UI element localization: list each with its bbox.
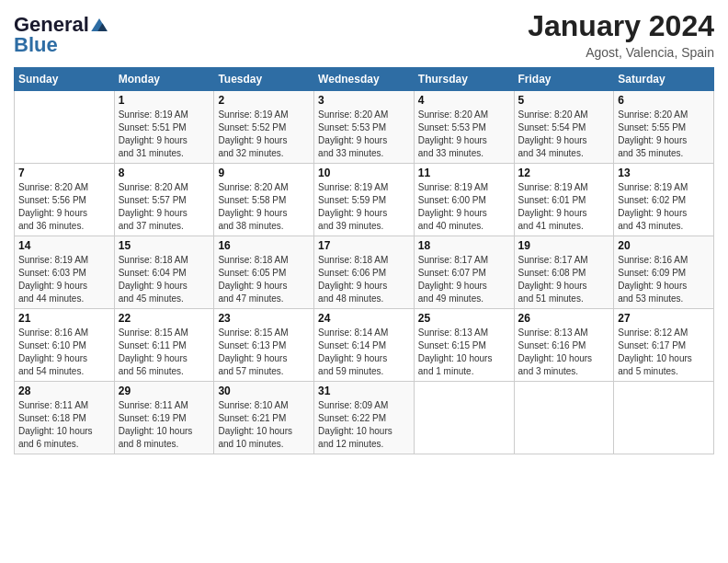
day-number-1: 1 bbox=[119, 94, 210, 107]
cell-w2-d6: 13Sunrise: 8:19 AM Sunset: 6:02 PM Dayli… bbox=[614, 164, 714, 236]
cell-w5-d5 bbox=[514, 382, 614, 454]
day-number-24: 24 bbox=[318, 312, 410, 325]
cell-w4-d2: 23Sunrise: 8:15 AM Sunset: 6:13 PM Dayli… bbox=[214, 309, 314, 382]
day-number-28: 28 bbox=[18, 385, 110, 397]
day-info-11: Sunrise: 8:19 AM Sunset: 6:00 PM Dayligh… bbox=[418, 181, 510, 233]
cell-w3-d4: 18Sunrise: 8:17 AM Sunset: 6:07 PM Dayli… bbox=[414, 236, 514, 309]
cell-w4-d5: 26Sunrise: 8:13 AM Sunset: 6:16 PM Dayli… bbox=[514, 309, 614, 382]
day-info-16: Sunrise: 8:18 AM Sunset: 6:05 PM Dayligh… bbox=[218, 254, 310, 305]
day-number-11: 11 bbox=[418, 167, 510, 179]
day-number-30: 30 bbox=[218, 385, 310, 397]
day-info-31: Sunrise: 8:09 AM Sunset: 6:22 PM Dayligh… bbox=[318, 399, 410, 451]
day-info-30: Sunrise: 8:10 AM Sunset: 6:21 PM Dayligh… bbox=[218, 399, 310, 451]
day-number-18: 18 bbox=[418, 239, 510, 252]
day-number-22: 22 bbox=[119, 312, 210, 325]
header-wednesday: Wednesday bbox=[314, 68, 415, 91]
day-number-14: 14 bbox=[18, 239, 110, 252]
cell-w2-d3: 10Sunrise: 8:19 AM Sunset: 5:59 PM Dayli… bbox=[314, 164, 415, 236]
logo-blue: Blue bbox=[14, 33, 58, 57]
day-number-20: 20 bbox=[618, 239, 710, 252]
day-number-4: 4 bbox=[418, 94, 510, 107]
day-number-15: 15 bbox=[119, 239, 210, 252]
day-number-25: 25 bbox=[418, 312, 510, 325]
cell-w4-d6: 27Sunrise: 8:12 AM Sunset: 6:17 PM Dayli… bbox=[614, 309, 714, 382]
day-number-19: 19 bbox=[518, 239, 610, 252]
day-info-3: Sunrise: 8:20 AM Sunset: 5:53 PM Dayligh… bbox=[318, 109, 410, 160]
day-number-27: 27 bbox=[618, 312, 710, 325]
cell-w1-d5: 5Sunrise: 8:20 AM Sunset: 5:54 PM Daylig… bbox=[514, 91, 614, 164]
header-thursday: Thursday bbox=[414, 68, 514, 91]
day-info-22: Sunrise: 8:15 AM Sunset: 6:11 PM Dayligh… bbox=[119, 327, 210, 378]
cell-w1-d3: 3Sunrise: 8:20 AM Sunset: 5:53 PM Daylig… bbox=[314, 91, 415, 164]
day-number-23: 23 bbox=[218, 312, 310, 325]
day-number-5: 5 bbox=[518, 94, 610, 107]
cell-w5-d1: 29Sunrise: 8:11 AM Sunset: 6:19 PM Dayli… bbox=[114, 382, 214, 454]
day-info-28: Sunrise: 8:11 AM Sunset: 6:18 PM Dayligh… bbox=[18, 399, 110, 451]
day-info-24: Sunrise: 8:14 AM Sunset: 6:14 PM Dayligh… bbox=[318, 327, 410, 378]
day-info-23: Sunrise: 8:15 AM Sunset: 6:13 PM Dayligh… bbox=[218, 327, 310, 378]
day-info-13: Sunrise: 8:19 AM Sunset: 6:02 PM Dayligh… bbox=[618, 181, 710, 233]
location-subtitle: Agost, Valencia, Spain bbox=[528, 45, 714, 60]
day-info-27: Sunrise: 8:12 AM Sunset: 6:17 PM Dayligh… bbox=[618, 327, 710, 378]
day-number-16: 16 bbox=[218, 239, 310, 252]
header-sunday: Sunday bbox=[15, 68, 115, 91]
header-friday: Friday bbox=[514, 68, 614, 91]
cell-w1-d2: 2Sunrise: 8:19 AM Sunset: 5:52 PM Daylig… bbox=[214, 91, 314, 164]
week-row-5: 28Sunrise: 8:11 AM Sunset: 6:18 PM Dayli… bbox=[15, 382, 714, 454]
day-number-17: 17 bbox=[318, 239, 410, 252]
cell-w2-d4: 11Sunrise: 8:19 AM Sunset: 6:00 PM Dayli… bbox=[414, 164, 514, 236]
month-title: January 2024 bbox=[528, 9, 714, 43]
day-number-13: 13 bbox=[618, 167, 710, 179]
week-row-4: 21Sunrise: 8:16 AM Sunset: 6:10 PM Dayli… bbox=[15, 309, 714, 382]
cell-w2-d1: 8Sunrise: 8:20 AM Sunset: 5:57 PM Daylig… bbox=[114, 164, 214, 236]
header-saturday: Saturday bbox=[614, 68, 714, 91]
day-number-3: 3 bbox=[318, 94, 410, 107]
calendar-table: Sunday Monday Tuesday Wednesday Thursday… bbox=[14, 67, 714, 454]
cell-w3-d1: 15Sunrise: 8:18 AM Sunset: 6:04 PM Dayli… bbox=[114, 236, 214, 309]
cell-w3-d5: 19Sunrise: 8:17 AM Sunset: 6:08 PM Dayli… bbox=[514, 236, 614, 309]
day-info-15: Sunrise: 8:18 AM Sunset: 6:04 PM Dayligh… bbox=[119, 254, 210, 305]
cell-w5-d6 bbox=[614, 382, 714, 454]
day-info-18: Sunrise: 8:17 AM Sunset: 6:07 PM Dayligh… bbox=[418, 254, 510, 305]
cell-w4-d0: 21Sunrise: 8:16 AM Sunset: 6:10 PM Dayli… bbox=[15, 309, 115, 382]
day-info-6: Sunrise: 8:20 AM Sunset: 5:55 PM Dayligh… bbox=[618, 109, 710, 160]
cell-w3-d0: 14Sunrise: 8:19 AM Sunset: 6:03 PM Dayli… bbox=[15, 236, 115, 309]
day-info-2: Sunrise: 8:19 AM Sunset: 5:52 PM Dayligh… bbox=[218, 109, 310, 160]
cell-w1-d0 bbox=[15, 91, 115, 164]
title-block: January 2024 Agost, Valencia, Spain bbox=[528, 9, 714, 60]
day-info-14: Sunrise: 8:19 AM Sunset: 6:03 PM Dayligh… bbox=[18, 254, 110, 305]
cell-w4-d4: 25Sunrise: 8:13 AM Sunset: 6:15 PM Dayli… bbox=[414, 309, 514, 382]
cell-w1-d6: 6Sunrise: 8:20 AM Sunset: 5:55 PM Daylig… bbox=[614, 91, 714, 164]
day-info-8: Sunrise: 8:20 AM Sunset: 5:57 PM Dayligh… bbox=[119, 181, 210, 233]
day-number-21: 21 bbox=[18, 312, 110, 325]
cell-w1-d4: 4Sunrise: 8:20 AM Sunset: 5:53 PM Daylig… bbox=[414, 91, 514, 164]
day-info-7: Sunrise: 8:20 AM Sunset: 5:56 PM Dayligh… bbox=[18, 181, 110, 233]
day-number-7: 7 bbox=[18, 167, 110, 179]
day-info-12: Sunrise: 8:19 AM Sunset: 6:01 PM Dayligh… bbox=[518, 181, 610, 233]
cell-w4-d3: 24Sunrise: 8:14 AM Sunset: 6:14 PM Dayli… bbox=[314, 309, 415, 382]
day-number-10: 10 bbox=[318, 167, 410, 179]
cell-w2-d0: 7Sunrise: 8:20 AM Sunset: 5:56 PM Daylig… bbox=[15, 164, 115, 236]
day-info-29: Sunrise: 8:11 AM Sunset: 6:19 PM Dayligh… bbox=[119, 399, 210, 451]
header: General Blue January 2024 Agost, Valenci… bbox=[14, 9, 714, 60]
logo: General Blue bbox=[14, 13, 108, 57]
day-number-26: 26 bbox=[518, 312, 610, 325]
day-number-2: 2 bbox=[218, 94, 310, 107]
day-number-6: 6 bbox=[618, 94, 710, 107]
day-info-5: Sunrise: 8:20 AM Sunset: 5:54 PM Dayligh… bbox=[518, 109, 610, 160]
cell-w4-d1: 22Sunrise: 8:15 AM Sunset: 6:11 PM Dayli… bbox=[114, 309, 214, 382]
week-row-1: 1Sunrise: 8:19 AM Sunset: 5:51 PM Daylig… bbox=[15, 91, 714, 164]
day-info-17: Sunrise: 8:18 AM Sunset: 6:06 PM Dayligh… bbox=[318, 254, 410, 305]
day-info-4: Sunrise: 8:20 AM Sunset: 5:53 PM Dayligh… bbox=[418, 109, 510, 160]
day-info-21: Sunrise: 8:16 AM Sunset: 6:10 PM Dayligh… bbox=[18, 327, 110, 378]
cell-w5-d2: 30Sunrise: 8:10 AM Sunset: 6:21 PM Dayli… bbox=[214, 382, 314, 454]
logo-triangle-icon bbox=[91, 18, 108, 31]
day-info-20: Sunrise: 8:16 AM Sunset: 6:09 PM Dayligh… bbox=[618, 254, 710, 305]
cell-w3-d3: 17Sunrise: 8:18 AM Sunset: 6:06 PM Dayli… bbox=[314, 236, 415, 309]
cell-w3-d2: 16Sunrise: 8:18 AM Sunset: 6:05 PM Dayli… bbox=[214, 236, 314, 309]
header-tuesday: Tuesday bbox=[214, 68, 314, 91]
header-monday: Monday bbox=[114, 68, 214, 91]
cell-w5-d4 bbox=[414, 382, 514, 454]
day-number-9: 9 bbox=[218, 167, 310, 179]
day-info-25: Sunrise: 8:13 AM Sunset: 6:15 PM Dayligh… bbox=[418, 327, 510, 378]
